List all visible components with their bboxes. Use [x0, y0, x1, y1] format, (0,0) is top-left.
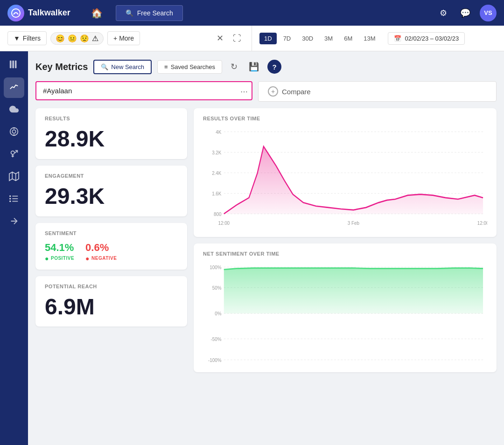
svg-text:3 Feb: 3 Feb [348, 220, 359, 226]
svg-rect-2 [12, 60, 14, 68]
svg-text:-50%: -50% [210, 336, 221, 342]
compare-icon: + [268, 86, 278, 97]
svg-point-5 [12, 130, 15, 133]
svg-text:50%: 50% [212, 285, 222, 291]
notifications-button[interactable]: 💬 [456, 4, 474, 22]
time-13m-button[interactable]: 13M [359, 33, 380, 44]
user-avatar[interactable]: VS [480, 5, 497, 21]
free-search-button[interactable]: 🔍 Free Search [116, 5, 183, 21]
refresh-icon: ↻ [231, 62, 238, 72]
sad-sentiment-icon[interactable]: 😟 [80, 34, 89, 43]
svg-text:4K: 4K [216, 129, 222, 135]
results-over-time-card: RESULTS OVER TIME 4K 3.2K 2.4 [194, 108, 497, 237]
expand-button[interactable]: ⛶ [230, 31, 244, 46]
sidebar-item-map[interactable] [4, 167, 24, 188]
analytics-icon [9, 82, 19, 94]
time-7d-button[interactable]: 7D [279, 33, 296, 44]
cloud-icon [9, 104, 19, 117]
date-range-text: 02/02/23 – 03/02/23 [405, 35, 459, 42]
clear-filter-button[interactable]: ✕ [214, 30, 226, 46]
svg-text:800: 800 [214, 211, 221, 217]
library-icon [9, 59, 19, 72]
main-content: Key Metrics 🔍 New Search ≡ Saved Searche… [28, 51, 504, 445]
time-30d-button[interactable]: 30D [297, 33, 318, 44]
results-title: RESULTS [45, 116, 178, 121]
svg-text:0%: 0% [215, 310, 222, 316]
filter-time-row: ▼ Filters 😊 😐 😟 ⚠ + More ✕ ⛶ 1D 7D 30D 3… [0, 26, 504, 51]
positive-label: ● POSITIVE [45, 255, 74, 262]
svg-text:12:00: 12:00 [477, 220, 487, 226]
neutral-sentiment-icon[interactable]: 😐 [68, 34, 77, 43]
svg-point-19 [10, 201, 11, 202]
svg-text:3.2K: 3.2K [212, 149, 222, 155]
time-section: 1D 7D 30D 3M 6M 13M 📅 02/02/23 – 03/02/2… [252, 32, 504, 45]
reach-title: POTENTIAL REACH [45, 284, 178, 289]
time-1d-button[interactable]: 1D [259, 33, 277, 44]
sidebar-item-analytics[interactable] [4, 77, 24, 98]
net-sentiment-chart-svg: 100% 50% 0% -50% -100% [203, 262, 487, 365]
engagement-card: ENGAGEMENT 29.3K [35, 166, 187, 216]
results-chart-container: 4K 3.2K 2.4K 1.6K 800 [203, 127, 487, 229]
compare-button[interactable]: + Compare [258, 81, 497, 102]
help-icon: ? [273, 63, 277, 71]
svg-rect-1 [10, 60, 12, 68]
filter-icon: ▼ [14, 35, 20, 42]
negative-sentiment: 0.6% ● NEGATIVE [85, 242, 117, 262]
app-name: Talkwalker [28, 8, 70, 18]
search-input[interactable] [35, 81, 252, 100]
engagement-title: ENGAGEMENT [45, 173, 178, 179]
sentiment-values: 54.1% ● POSITIVE 0.6% ● NEGATIVE [45, 242, 178, 262]
sidebar [0, 51, 28, 445]
sidebar-item-flow[interactable] [4, 212, 24, 232]
gender-icon [9, 149, 19, 161]
sidebar-item-cloud[interactable] [4, 100, 24, 120]
happy-sentiment-icon[interactable]: 😊 [56, 34, 65, 43]
sentiment-card: SENTIMENT 54.1% ● POSITIVE 0.6% [35, 223, 187, 270]
sidebar-item-target[interactable] [4, 122, 24, 143]
top-navigation: Talkwalker 🏠 🔍 Free Search ⚙ 💬 VS [0, 0, 504, 26]
help-button[interactable]: ? [267, 60, 281, 74]
settings-button[interactable]: ⚙ [436, 4, 451, 22]
plus-icon: + [113, 35, 117, 42]
sidebar-item-library[interactable] [4, 55, 24, 76]
saved-searches-button[interactable]: ≡ Saved Searches [157, 60, 222, 74]
sentiment-filter[interactable]: 😊 😐 😟 ⚠ [50, 32, 104, 45]
reach-card: POTENTIAL REACH 6.9M [35, 276, 187, 327]
logo: Talkwalker [7, 5, 70, 21]
right-cards: RESULTS OVER TIME 4K 3.2K 2.4 [194, 108, 497, 372]
list-icon-small: ≡ [164, 63, 168, 70]
more-label: More [119, 35, 134, 42]
new-search-button[interactable]: 🔍 New Search [93, 60, 152, 74]
flow-icon [9, 216, 19, 229]
sidebar-item-gender[interactable] [4, 145, 24, 165]
sidebar-item-list[interactable] [4, 189, 24, 210]
calendar-icon: 📅 [394, 35, 401, 42]
filters-label: Filters [23, 35, 41, 42]
search-icon-small: 🔍 [101, 63, 108, 70]
filters-button[interactable]: ▼ Filters [7, 31, 47, 45]
svg-text:-100%: -100% [208, 357, 222, 363]
left-cards: RESULTS 28.9K ENGAGEMENT 29.3K SENTIMENT… [35, 108, 187, 372]
time-6m-button[interactable]: 6M [339, 33, 357, 44]
more-button[interactable]: + More [107, 31, 140, 45]
time-3m-button[interactable]: 3M [320, 33, 337, 44]
save-button[interactable]: 💾 [246, 59, 262, 75]
positive-sentiment: 54.1% ● POSITIVE [45, 242, 74, 262]
compare-label: Compare [282, 88, 311, 96]
svg-text:12:00: 12:00 [218, 220, 230, 226]
home-button[interactable]: 🏠 [84, 4, 110, 22]
metrics-grid: RESULTS 28.9K ENGAGEMENT 29.3K SENTIMENT… [35, 108, 497, 372]
map-icon [9, 171, 19, 184]
refresh-button[interactable]: ↻ [228, 59, 240, 75]
engagement-value: 29.3K [45, 184, 178, 209]
warning-sentiment-icon[interactable]: ⚠ [92, 34, 98, 43]
date-range-picker[interactable]: 📅 02/02/23 – 03/02/23 [388, 32, 465, 45]
logo-icon [7, 5, 24, 21]
search-input-container: ⋯ [35, 81, 252, 102]
search-more-button[interactable]: ⋯ [240, 87, 248, 96]
results-value: 28.9K [45, 127, 178, 152]
svg-text:1.6K: 1.6K [212, 190, 222, 196]
svg-point-17 [10, 195, 11, 196]
search-icon: 🔍 [126, 9, 133, 17]
svg-marker-11 [9, 172, 19, 180]
